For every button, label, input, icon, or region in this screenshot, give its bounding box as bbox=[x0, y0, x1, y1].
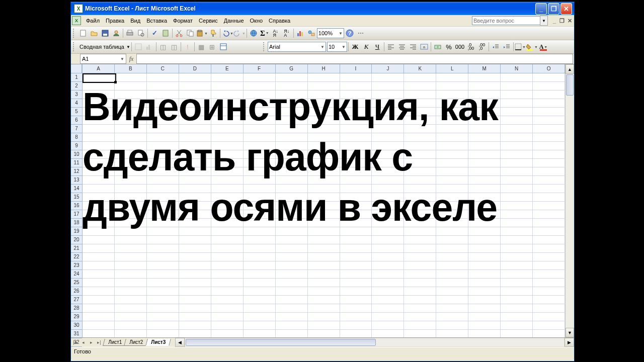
cell[interactable] bbox=[244, 253, 276, 261]
menu-window[interactable]: Окно bbox=[247, 17, 266, 25]
row-header[interactable]: 16 bbox=[71, 202, 82, 210]
cell[interactable] bbox=[308, 73, 340, 81]
cell[interactable] bbox=[533, 202, 565, 210]
cell[interactable] bbox=[147, 321, 179, 329]
row-header[interactable]: 23 bbox=[71, 261, 82, 270]
cell[interactable] bbox=[276, 253, 308, 261]
name-box[interactable]: A1▼ bbox=[80, 54, 126, 64]
cell[interactable] bbox=[83, 313, 115, 321]
cell[interactable] bbox=[115, 313, 147, 321]
spelling-button[interactable]: ✓ bbox=[149, 28, 160, 39]
cell[interactable] bbox=[308, 253, 340, 261]
row-header[interactable]: 20 bbox=[71, 236, 82, 244]
cell[interactable] bbox=[501, 90, 533, 99]
font-combo[interactable]: Arial▼ bbox=[268, 42, 326, 52]
cell[interactable] bbox=[244, 296, 276, 304]
cell[interactable] bbox=[244, 304, 276, 312]
cell[interactable] bbox=[501, 133, 533, 141]
cell[interactable] bbox=[501, 210, 533, 218]
autosum-button[interactable]: Σ▼ bbox=[259, 28, 270, 39]
sort-asc-button[interactable]: А↓Я bbox=[270, 28, 281, 39]
menu-view[interactable]: Вид bbox=[127, 17, 143, 25]
cell[interactable] bbox=[501, 108, 533, 116]
row-header[interactable]: 12 bbox=[71, 167, 82, 176]
column-header[interactable]: J bbox=[372, 64, 404, 73]
cell[interactable] bbox=[211, 287, 244, 295]
menu-tools[interactable]: Сервис bbox=[196, 17, 221, 25]
increase-decimal-button[interactable]: ,0,00 bbox=[465, 41, 476, 52]
cell[interactable] bbox=[501, 73, 533, 81]
cell[interactable] bbox=[308, 270, 340, 278]
row-header[interactable]: 5 bbox=[71, 108, 82, 116]
cell[interactable] bbox=[533, 176, 565, 184]
row-header[interactable]: 1 bbox=[71, 73, 82, 82]
cell[interactable] bbox=[147, 253, 179, 261]
cell[interactable] bbox=[501, 330, 533, 337]
cell[interactable] bbox=[436, 296, 468, 304]
cell[interactable] bbox=[436, 270, 468, 278]
format-painter-button[interactable] bbox=[208, 28, 219, 39]
hyperlink-button[interactable] bbox=[248, 28, 259, 39]
cell[interactable] bbox=[340, 296, 372, 304]
cell[interactable] bbox=[179, 236, 211, 244]
cell[interactable] bbox=[501, 227, 533, 235]
row-header[interactable]: 3 bbox=[71, 90, 82, 99]
cell[interactable] bbox=[115, 296, 147, 304]
cell[interactable] bbox=[276, 279, 308, 287]
italic-button[interactable]: К bbox=[361, 41, 372, 52]
tab-nav-last-icon[interactable]: ▸| bbox=[95, 338, 103, 346]
doc-close-button[interactable]: ✕ bbox=[566, 18, 573, 24]
pivot-field-settings-button[interactable]: ⊞ bbox=[207, 41, 218, 52]
cell[interactable] bbox=[533, 287, 565, 295]
spreadsheet-grid[interactable]: 1234567891011121314151617181920212223242… bbox=[71, 64, 574, 337]
cell[interactable] bbox=[147, 313, 179, 321]
cell[interactable] bbox=[372, 287, 404, 295]
cell[interactable] bbox=[533, 227, 565, 235]
cell[interactable] bbox=[179, 330, 211, 337]
cell[interactable] bbox=[372, 296, 404, 304]
sheet-tab[interactable]: Лист3 bbox=[145, 339, 171, 346]
cell[interactable] bbox=[276, 270, 308, 278]
cell[interactable] bbox=[115, 279, 147, 287]
align-left-button[interactable] bbox=[385, 41, 396, 52]
row-header[interactable]: 32 bbox=[71, 338, 82, 347]
toolbar-grip[interactable] bbox=[73, 42, 76, 51]
cell[interactable] bbox=[147, 279, 179, 287]
copy-button[interactable] bbox=[185, 28, 196, 39]
column-header[interactable]: E bbox=[211, 64, 244, 73]
cell[interactable] bbox=[436, 330, 468, 337]
cell[interactable] bbox=[468, 321, 501, 329]
comma-button[interactable]: 000 bbox=[454, 41, 465, 52]
cell[interactable] bbox=[533, 185, 565, 193]
horizontal-scrollbar[interactable]: ◀ ▶ bbox=[175, 338, 574, 347]
cell[interactable] bbox=[533, 279, 565, 287]
cell[interactable] bbox=[501, 244, 533, 252]
cell[interactable] bbox=[468, 296, 501, 304]
cell[interactable] bbox=[501, 125, 533, 133]
cell[interactable] bbox=[372, 236, 404, 244]
underline-button[interactable]: Ч bbox=[372, 41, 383, 52]
cell[interactable] bbox=[501, 236, 533, 244]
cell[interactable] bbox=[436, 304, 468, 312]
column-header[interactable]: I bbox=[340, 64, 372, 73]
cell[interactable] bbox=[533, 82, 565, 90]
cell[interactable] bbox=[211, 261, 244, 269]
cell[interactable] bbox=[404, 330, 436, 337]
cell[interactable] bbox=[244, 244, 276, 252]
cell[interactable] bbox=[533, 296, 565, 304]
cell[interactable] bbox=[115, 270, 147, 278]
cell[interactable] bbox=[340, 321, 372, 329]
cell[interactable] bbox=[179, 287, 211, 295]
cell[interactable] bbox=[436, 279, 468, 287]
cell[interactable] bbox=[276, 236, 308, 244]
bold-button[interactable]: Ж bbox=[350, 41, 361, 52]
cell[interactable] bbox=[372, 279, 404, 287]
toolbar-options-button[interactable] bbox=[355, 28, 366, 39]
sort-desc-button[interactable]: Я↓А bbox=[281, 28, 292, 39]
cell[interactable] bbox=[276, 296, 308, 304]
cell[interactable] bbox=[533, 219, 565, 227]
cell[interactable] bbox=[211, 321, 244, 329]
cell[interactable] bbox=[372, 253, 404, 261]
row-header[interactable]: 29 bbox=[71, 313, 82, 321]
cell[interactable] bbox=[276, 73, 308, 81]
